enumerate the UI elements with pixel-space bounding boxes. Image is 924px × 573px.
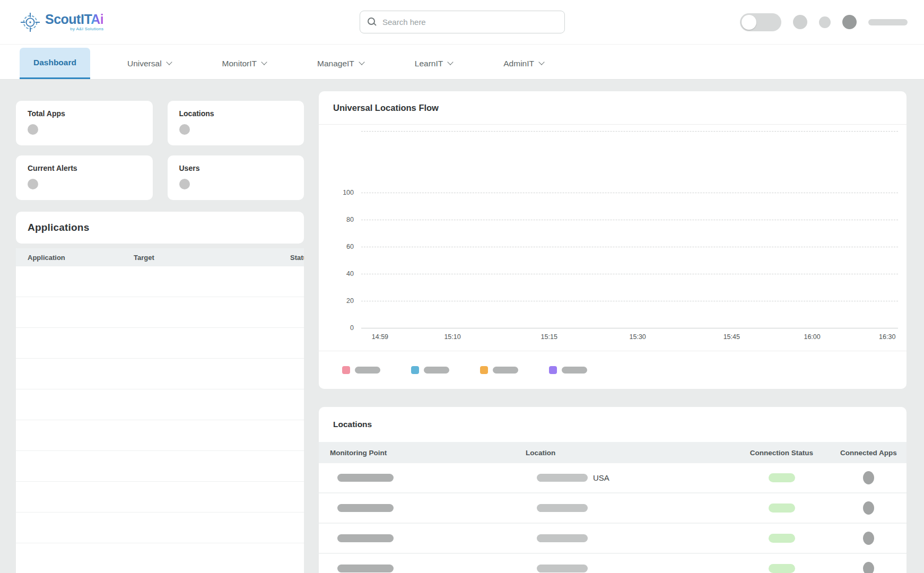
col-application: Application — [28, 254, 134, 262]
applications-empty-row — [16, 543, 304, 573]
crosshair-logo-icon — [20, 12, 40, 32]
legend-item — [549, 366, 587, 374]
y-tick: 60 — [330, 243, 354, 250]
main-nav: Dashboard Universal MonitorIT ManageIT L… — [0, 44, 924, 80]
tab-manageit-label: ManageIT — [317, 59, 354, 68]
stat-title: Current Alerts — [28, 164, 141, 172]
connected-apps-skeleton — [863, 562, 874, 573]
brand-tagline: by A&I Solutions — [70, 27, 103, 31]
right-column: Universal Locations Flow 100 80 60 40 20… — [319, 91, 906, 573]
location-text: USA — [593, 473, 609, 482]
applications-empty-row — [16, 328, 304, 359]
stat-card-users: Users — [168, 155, 304, 200]
locations-title: Locations — [333, 420, 372, 429]
applications-empty-row — [16, 266, 304, 297]
y-tick: 40 — [330, 270, 354, 277]
location-row — [319, 493, 906, 524]
y-tick: 100 — [330, 189, 354, 196]
tab-universal[interactable]: Universal — [114, 48, 185, 79]
location-row: USA — [319, 463, 906, 493]
col-connection-status: Connection Status — [733, 449, 831, 457]
header-controls — [740, 0, 908, 44]
location-row — [319, 554, 906, 573]
y-tick: 20 — [330, 297, 354, 305]
x-tick: 15:10 — [444, 333, 460, 341]
gridline-100 — [361, 193, 898, 193]
tab-monitorit[interactable]: MonitorIT — [208, 48, 280, 79]
legend-swatch — [549, 366, 557, 374]
stat-card-locations: Locations — [168, 101, 304, 145]
left-column: Total Apps Locations Current Alerts User… — [16, 91, 304, 573]
avatar[interactable] — [842, 15, 857, 29]
legend-label-skeleton — [355, 367, 380, 374]
col-target: Target — [134, 254, 290, 262]
col-location: Location — [526, 449, 733, 457]
stat-value-skeleton — [28, 179, 38, 189]
notifications-icon[interactable] — [793, 15, 807, 29]
tab-adminit[interactable]: AdminIT — [490, 48, 557, 79]
stat-title: Locations — [179, 109, 293, 118]
applications-empty-row — [16, 297, 304, 328]
chart-grid: 14:59 15:10 15:15 15:30 15:45 16:00 16:3… — [361, 125, 898, 351]
gridline — [361, 131, 898, 132]
location-skeleton — [537, 474, 588, 482]
chevron-down-icon — [261, 59, 267, 65]
col-connected-apps: Connected Apps — [831, 449, 906, 457]
monitoring-point-skeleton — [337, 534, 394, 542]
theme-toggle[interactable] — [740, 13, 781, 31]
tab-learnit[interactable]: LearnIT — [401, 48, 466, 79]
legend-label-skeleton — [424, 367, 449, 374]
chart-header: Universal Locations Flow — [319, 91, 906, 125]
applications-table-header: Application Target Status — [16, 248, 304, 266]
chart-title: Universal Locations Flow — [333, 103, 439, 113]
x-axis-line — [361, 328, 898, 328]
y-tick: 0 — [330, 324, 354, 332]
legend-swatch — [342, 366, 350, 374]
top-header: ScoutITAi by A&I Solutions — [0, 0, 924, 44]
legend-item — [411, 366, 449, 374]
chevron-down-icon — [166, 59, 172, 65]
connected-apps-skeleton — [863, 501, 874, 515]
global-search — [360, 11, 565, 33]
legend-label-skeleton — [493, 367, 518, 374]
x-tick: 16:30 — [879, 333, 895, 341]
app-logo[interactable]: ScoutITAi by A&I Solutions — [20, 12, 103, 32]
tab-universal-label: Universal — [127, 59, 162, 68]
connection-status-badge — [769, 473, 795, 482]
tab-monitorit-label: MonitorIT — [222, 59, 257, 68]
location-skeleton — [537, 504, 588, 512]
x-tick: 15:30 — [630, 333, 646, 341]
tab-adminit-label: AdminIT — [503, 59, 534, 68]
stat-title: Total Apps — [28, 109, 141, 118]
x-tick: 16:00 — [804, 333, 820, 341]
x-tick: 15:15 — [541, 333, 557, 341]
connection-status-badge — [769, 564, 795, 573]
monitoring-point-skeleton — [337, 504, 394, 512]
brand-ai-suffix: Ai — [91, 12, 103, 27]
applications-empty-row — [16, 420, 304, 451]
chevron-down-icon — [359, 59, 364, 65]
chart-plot-area: 100 80 60 40 20 0 14:59 15:10 15:15 — [320, 125, 905, 351]
applications-empty-row — [16, 482, 304, 513]
tab-dashboard-label: Dashboard — [33, 58, 76, 67]
applications-table: Application Target Status — [16, 248, 304, 573]
brand-name: ScoutITAi — [45, 13, 103, 26]
connected-apps-skeleton — [863, 532, 874, 545]
locations-table-header: Monitoring Point Location Connection Sta… — [319, 442, 906, 463]
username-skeleton — [868, 19, 908, 25]
search-input[interactable] — [382, 18, 557, 27]
tab-dashboard[interactable]: Dashboard — [20, 48, 90, 79]
help-icon[interactable] — [819, 16, 831, 28]
toggle-knob — [742, 15, 756, 30]
locations-card: Locations Monitoring Point Location Conn… — [319, 407, 906, 573]
applications-empty-row — [16, 513, 304, 543]
legend-item — [342, 366, 380, 374]
stat-card-total-apps: Total Apps — [16, 101, 153, 145]
applications-title: Applications — [28, 222, 89, 233]
connection-status-badge — [769, 503, 795, 513]
tab-manageit[interactable]: ManageIT — [303, 48, 378, 79]
universal-locations-flow-card: Universal Locations Flow 100 80 60 40 20… — [319, 91, 906, 389]
stat-value-skeleton — [28, 124, 38, 135]
legend-item — [480, 366, 518, 374]
legend-swatch — [480, 366, 488, 374]
